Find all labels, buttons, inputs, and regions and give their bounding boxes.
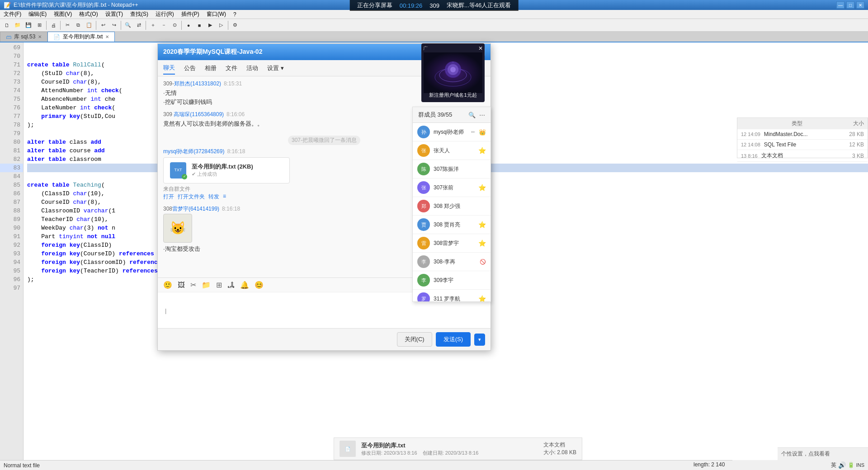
chat-nav-settings[interactable]: 设置 ▾: [267, 62, 284, 74]
line-number-gutter: 69 70 71 72 73 74 75 76 77 78 79 80 81 8…: [0, 42, 24, 470]
toolbar-open[interactable]: 📁: [13, 20, 23, 30]
menu-edit[interactable]: 编辑(E): [25, 10, 50, 19]
live-status-text: 正在分享屏幕: [357, 1, 392, 9]
file-open-btn[interactable]: 打开: [163, 193, 174, 201]
member-star-jia: ⭐: [478, 221, 486, 228]
toolbar-find[interactable]: 🔍: [123, 20, 133, 30]
toolbar-undo[interactable]: ↩: [98, 20, 108, 30]
tray-battery-icon[interactable]: 🔋: [848, 462, 854, 468]
msg-3-name[interactable]: mysql孙老师(372845269): [163, 148, 224, 155]
maximize-button[interactable]: □: [846, 1, 854, 9]
face-icon[interactable]: 😊: [255, 281, 264, 289]
file-open-folder-btn[interactable]: 打开文件夹: [178, 193, 205, 201]
toolbar-print[interactable]: 🖨: [48, 20, 58, 30]
member-name-zhangq: 307张前: [434, 184, 475, 192]
group-icon[interactable]: ⊞: [216, 281, 222, 289]
tab-sql[interactable]: 🗃 库 sql.53 ✕: [0, 32, 47, 42]
toolbar-paste[interactable]: 📋: [84, 20, 94, 30]
bell-icon[interactable]: 🔔: [240, 281, 249, 289]
members-search-icon[interactable]: 🔍: [468, 112, 476, 118]
menu-format[interactable]: 格式(O): [75, 10, 101, 19]
menu-help[interactable]: ?: [230, 10, 240, 19]
toolbar-save-all[interactable]: ⊞: [34, 20, 44, 30]
member-avatar-liyu: 李: [417, 274, 430, 287]
toolbar-replace[interactable]: ⇄: [134, 20, 144, 30]
chat-send-button[interactable]: 发送(S): [436, 332, 471, 347]
scissors-icon[interactable]: ✂: [190, 281, 196, 289]
members-more-icon[interactable]: ⋯: [479, 112, 485, 118]
menu-search[interactable]: 查找(S): [127, 10, 152, 19]
member-item-lei[interactable]: 雷 308雷梦宇 ⭐: [413, 234, 491, 253]
app-icon: 📝: [4, 2, 11, 9]
file-forward-btn[interactable]: 转发: [208, 193, 219, 201]
toolbar-settings2[interactable]: ⚙: [230, 20, 240, 30]
file-info-bar: 📄 至今用到的库.txt 修改日期: 2020/3/13 8:16 创建日期: …: [334, 437, 582, 460]
ln-95: 95: [0, 267, 23, 275]
toolbar-sep7: [228, 21, 228, 30]
member-admin-icon: 👑: [479, 129, 486, 136]
folder-icon[interactable]: 📁: [202, 281, 211, 289]
ln-93: 93: [0, 249, 23, 258]
minimize-button[interactable]: —: [836, 1, 844, 9]
member-item-zheng[interactable]: 郑 308 郑少强: [413, 197, 491, 216]
toolbar-macro-play[interactable]: ▶: [205, 20, 215, 30]
toolbar-redo[interactable]: ↪: [109, 20, 119, 30]
member-item-luo[interactable]: 罗 311 罗李航 ⭐: [413, 290, 491, 301]
ln-91: 91: [0, 232, 23, 241]
member-item-teacher[interactable]: 孙 mysql孙老师 ✏ 👑: [413, 123, 491, 141]
chat-nav-notice[interactable]: 公告: [184, 62, 196, 74]
member-item-chen[interactable]: 陈 307陈振洋: [413, 160, 491, 179]
toolbar-copy[interactable]: ⧉: [73, 20, 83, 30]
menu-settings[interactable]: 设置(T): [102, 10, 127, 19]
image-icon[interactable]: 🖼: [178, 281, 185, 289]
chat-title: 2020春季学期MySQL课程-Java-02: [163, 48, 262, 56]
tab-txt-close[interactable]: ✕: [105, 34, 109, 39]
msg-1-name[interactable]: 郑胜杰(141331802): [174, 80, 221, 87]
member-item-zhang[interactable]: 张 张天人 ⭐: [413, 141, 491, 160]
tray-lang-icon[interactable]: 英: [831, 461, 836, 469]
ad-close-button[interactable]: ✕: [478, 45, 483, 52]
chat-nav-activity[interactable]: 活动: [246, 62, 258, 74]
window-title: E:\软件件学院\第六课\至今用到的库.txt - Notepad++: [14, 1, 138, 9]
toolbar-macro-run[interactable]: ▷: [216, 20, 226, 30]
recent-item-1[interactable]: 12 14:09 MindMaster.Doc... 28 KB: [737, 129, 868, 140]
menu-run[interactable]: 运行(R): [152, 10, 178, 19]
recent-item-3[interactable]: 13 8:16 文本文档 3 KB: [737, 150, 868, 162]
menu-file[interactable]: 文件(F): [0, 10, 25, 19]
member-item-jia[interactable]: 贾 308 贾肖亮 ⭐: [413, 216, 491, 234]
member-edit-icon: ✏: [471, 129, 475, 135]
toolbar-macro-rec[interactable]: ●: [184, 20, 193, 30]
file-more-btn[interactable]: ≡: [223, 193, 226, 201]
tray-network-icon[interactable]: 🔊: [838, 461, 846, 469]
menu-window[interactable]: 窗口(W): [203, 10, 230, 19]
personal-settings-bar[interactable]: 个性设置，点我看看: [778, 447, 868, 460]
ad-text[interactable]: 新注册用户域名1元起: [421, 92, 485, 99]
chat-close-button[interactable]: 关闭(C): [397, 332, 432, 347]
chat-nav-files[interactable]: 文件: [226, 62, 237, 74]
close-button[interactable]: ✕: [856, 1, 864, 9]
emoji-icon[interactable]: 🙂: [163, 281, 172, 289]
toolbar-zoom-reset[interactable]: ⊙: [170, 20, 179, 30]
chat-nav-chat[interactable]: 聊天: [163, 62, 175, 75]
toolbar-zoom-out[interactable]: －: [159, 20, 169, 30]
tab-txt[interactable]: 📄 至今用到的库.txt ✕: [47, 32, 115, 42]
toolbar-sep2: [60, 21, 61, 30]
menu-view[interactable]: 视图(V): [50, 10, 75, 19]
chat-nav-album[interactable]: 相册: [205, 62, 217, 74]
member-item-zhangq[interactable]: 张 307张前 ⭐: [413, 179, 491, 197]
member-item-li[interactable]: 李 308-李再 🚫: [413, 253, 491, 271]
menu-plugins[interactable]: 插件(P): [178, 10, 203, 19]
toolbar-cut[interactable]: ✂: [62, 20, 72, 30]
member-item-liyu[interactable]: 李 309李宇: [413, 271, 491, 290]
photo-icon[interactable]: 🏞: [227, 281, 235, 289]
toolbar-macro-stop[interactable]: ■: [194, 20, 204, 30]
tab-sql-close[interactable]: ✕: [38, 34, 42, 39]
msg-2-name[interactable]: 高瑞琛(1165364809): [174, 111, 224, 118]
msg-4-name[interactable]: 雷梦宇(641414199): [172, 206, 219, 212]
toolbar-new[interactable]: 🗋: [2, 20, 12, 30]
recent-item-2[interactable]: 12 14:08 SQL Text File 12 KB: [737, 140, 868, 150]
toolbar-save[interactable]: 💾: [24, 20, 33, 30]
chat-send-arrow-button[interactable]: ▾: [474, 334, 485, 346]
member-status-icon: 🚫: [480, 259, 486, 265]
toolbar-zoom-in[interactable]: ＋: [148, 20, 158, 30]
